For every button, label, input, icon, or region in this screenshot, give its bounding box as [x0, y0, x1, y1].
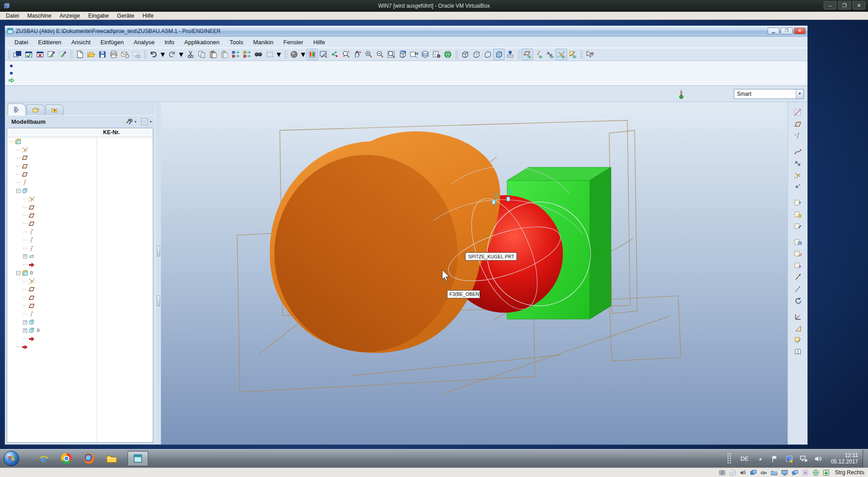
- seamless-status-icon[interactable]: [791, 468, 799, 477]
- new-window-button[interactable]: [12, 49, 23, 60]
- vbox-menu-geräte[interactable]: Geräte: [113, 12, 138, 20]
- send-mail-button[interactable]: [119, 49, 131, 60]
- extrude-tool[interactable]: [792, 197, 804, 209]
- datum-csys-tool[interactable]: z: [792, 169, 804, 181]
- datum-planes-toggle[interactable]: [522, 49, 533, 60]
- proe-menu-tools[interactable]: Tools: [225, 39, 248, 46]
- chrome-icon[interactable]: [60, 452, 73, 465]
- proe-menu-analyse[interactable]: Analyse: [129, 39, 160, 46]
- round-tool[interactable]: [792, 283, 804, 295]
- tree-row-a-z[interactable]: [7, 244, 153, 252]
- search-button[interactable]: [253, 49, 264, 60]
- render-style-button[interactable]: [288, 49, 300, 60]
- tree-row-zylinder-prt[interactable]: −: [7, 187, 153, 195]
- tree-row-bc-0[interactable]: zy: [7, 145, 153, 154]
- redraw-view-button[interactable]: [46, 49, 57, 60]
- toolbar-grip[interactable]: [455, 50, 458, 60]
- undo-button[interactable]: [148, 49, 159, 60]
- regenerate-button[interactable]: [230, 49, 241, 60]
- datum-point-tool[interactable]: [792, 158, 804, 169]
- tree-settings-button[interactable]: ▼: [125, 118, 137, 126]
- splitter-handle[interactable]: [157, 246, 160, 257]
- erase-display-button[interactable]: [57, 49, 68, 60]
- appearance-gallery-button[interactable]: [307, 49, 318, 60]
- hole-tool[interactable]: [792, 248, 804, 260]
- proe-menu-hilfe[interactable]: Hilfe: [308, 39, 330, 46]
- zoom-in-button[interactable]: [363, 49, 374, 60]
- vbox-maximize-button[interactable]: ❐: [838, 1, 851, 9]
- tree-row-spitze-kugel-prt[interactable]: +: [7, 326, 153, 334]
- proe-menu-einfügen[interactable]: Einfügen: [95, 39, 128, 46]
- tree-row-e-oben[interactable]: [7, 211, 153, 220]
- open-window-button[interactable]: [23, 49, 34, 60]
- autoresize-status-icon[interactable]: [822, 468, 830, 477]
- tree-expander[interactable]: +: [23, 328, 27, 332]
- proe-menu-fenster[interactable]: Fenster: [278, 39, 308, 46]
- proe-maximize-button[interactable]: ❐: [781, 28, 793, 34]
- vbox-menu-anzeige[interactable]: Anzeige: [56, 12, 84, 20]
- zoom-out-button[interactable]: [374, 49, 386, 60]
- tree-row-be-oben[interactable]: [7, 294, 153, 302]
- tree-row-ba-x[interactable]: [7, 178, 153, 187]
- saved-views-button[interactable]: AB: [408, 49, 420, 60]
- tree-row-e-rechts[interactable]: [7, 203, 153, 211]
- toolbar-grip[interactable]: [143, 50, 146, 60]
- graphics-viewport[interactable]: SPITZE_KUGEL.PRT F3(BE_OBEN): [161, 102, 788, 444]
- tree-display-button[interactable]: ▼: [141, 118, 152, 126]
- datum-axes-toggle[interactable]: [533, 49, 544, 60]
- tree-row-hier-einfügen[interactable]: [7, 343, 153, 351]
- tree-row-be-rechts[interactable]: [7, 154, 153, 162]
- vbox-menu-datei[interactable]: Datei: [2, 12, 23, 20]
- chamfer-tool[interactable]: [792, 295, 804, 307]
- tree-row-klotz-kugel-bg-asm[interactable]: −: [7, 269, 153, 277]
- tree-row-a-x[interactable]: [7, 228, 153, 236]
- datum-axis-tool[interactable]: x: [792, 130, 804, 142]
- wireframe-display-button[interactable]: [459, 49, 471, 60]
- print-button[interactable]: [108, 49, 119, 60]
- web-browser-button[interactable]: [442, 49, 453, 60]
- view-manager-button[interactable]: [431, 49, 442, 60]
- datum-plane-tool[interactable]: [792, 118, 804, 130]
- chevron-down-icon[interactable]: ▼: [796, 89, 803, 98]
- save-file-button[interactable]: [97, 49, 108, 60]
- tree-expander[interactable]: −: [16, 271, 20, 275]
- refit-button[interactable]: [386, 49, 397, 60]
- revolve-tool[interactable]: [792, 209, 804, 220]
- taskbar-proe-button[interactable]: [127, 451, 148, 466]
- virtualbox-tray-icon[interactable]: [783, 453, 795, 464]
- open-file-button[interactable]: [85, 49, 97, 60]
- display-status-icon[interactable]: [780, 468, 789, 477]
- tree-row-ba-x[interactable]: [7, 310, 153, 318]
- usb-device-status-icon[interactable]: [760, 468, 768, 477]
- tree-row-c-0[interactable]: zy: [7, 195, 153, 203]
- select-box-button[interactable]: [264, 49, 275, 60]
- proe-menu-applikationen[interactable]: Applikationen: [179, 39, 225, 46]
- custom-regenerate-button[interactable]: [241, 49, 253, 60]
- draft-tool[interactable]: [792, 271, 804, 283]
- vbox-menu-eingabe[interactable]: Eingabe: [84, 12, 113, 20]
- component-tool[interactable]: [792, 346, 804, 358]
- proe-menu-ansicht[interactable]: Ansicht: [66, 39, 96, 46]
- tree-row-be-vorne[interactable]: [7, 170, 153, 178]
- vbox-close-button[interactable]: ✕: [853, 1, 865, 9]
- find-in-model-button[interactable]: ✦: [340, 49, 352, 60]
- explorer-icon[interactable]: [105, 452, 118, 465]
- redo-button[interactable]: [166, 49, 178, 60]
- hidden-line-display-button[interactable]: [471, 49, 482, 60]
- windows-status-icon[interactable]: [749, 468, 758, 477]
- volume-tray-icon[interactable]: [812, 453, 824, 464]
- network-tray-icon[interactable]: [798, 453, 810, 464]
- start-button[interactable]: [4, 451, 19, 466]
- tree-row-basisklotz-prt[interactable]: +: [7, 318, 153, 326]
- tree-row-be-oben[interactable]: [7, 162, 153, 170]
- shell-tool[interactable]: [792, 260, 804, 271]
- selection-filter-dropdown[interactable]: Smart ▼: [734, 89, 804, 99]
- datum-points-toggle[interactable]: [544, 49, 556, 60]
- show-hidden-icons-button[interactable]: ▲: [755, 453, 766, 464]
- action-center-flag-icon[interactable]: [769, 453, 781, 464]
- tree-row-e-vorne[interactable]: [7, 220, 153, 228]
- shaded-display-button[interactable]: [493, 49, 505, 60]
- coordinate-tool[interactable]: [792, 311, 804, 323]
- firefox-icon[interactable]: [82, 452, 96, 465]
- close-window-button[interactable]: [34, 49, 46, 60]
